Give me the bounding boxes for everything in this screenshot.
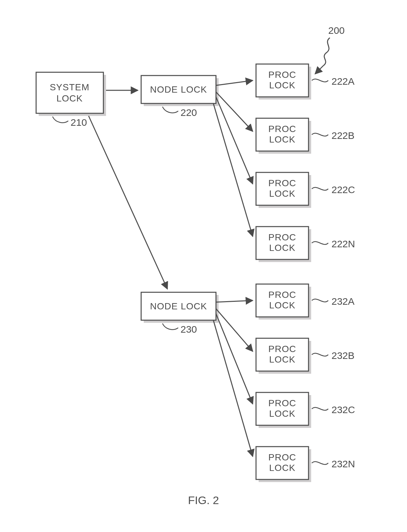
system-lock-l1: SYSTEM (50, 82, 89, 92)
svg-text:PROC: PROC (268, 70, 296, 80)
node-lock-top-label: NODE LOCK (150, 84, 207, 95)
svg-text:LOCK: LOCK (269, 134, 295, 144)
node-lock-bottom-ref: 230 (181, 324, 197, 335)
svg-text:232N: 232N (332, 458, 355, 469)
system-lock-box: SYSTEM LOCK 210 (36, 72, 106, 128)
svg-text:LOCK: LOCK (269, 354, 295, 365)
proc-lock-222A: PROC LOCK 222A (256, 64, 354, 100)
node-lock-bottom-box: NODE LOCK 230 (141, 292, 219, 335)
arrow-nodetop-222B (216, 92, 253, 131)
svg-text:222A: 222A (332, 76, 354, 87)
node-lock-top-ref: 220 (181, 107, 197, 118)
system-lock-ref: 210 (71, 117, 87, 128)
diagram-canvas: 200 SYSTEM LOCK 210 NODE LOCK 220 NODE L… (0, 0, 407, 532)
system-lock-l2: LOCK (56, 93, 83, 103)
arrow-nodetop-222C (216, 97, 253, 184)
svg-text:LOCK: LOCK (269, 243, 295, 253)
svg-text:PROC: PROC (268, 124, 296, 134)
svg-text:222B: 222B (332, 130, 354, 141)
svg-text:PROC: PROC (268, 344, 296, 354)
svg-rect-1 (36, 72, 103, 113)
proc-lock-222C: PROC LOCK 222C (256, 172, 355, 208)
proc-lock-232A: PROC LOCK 232A (256, 284, 354, 320)
svg-text:232B: 232B (332, 350, 354, 361)
overall-ref: 200 (315, 25, 345, 74)
svg-text:222N: 222N (332, 238, 355, 249)
svg-text:LOCK: LOCK (269, 188, 295, 199)
svg-text:PROC: PROC (268, 452, 296, 462)
arrow-nodetop-222A (216, 80, 253, 85)
svg-text:222C: 222C (332, 184, 355, 195)
arrow-nodebot-232B (216, 309, 253, 351)
proc-lock-222B: PROC LOCK 222B (256, 118, 354, 154)
proc-lock-232B: PROC LOCK 232B (256, 338, 354, 374)
svg-text:LOCK: LOCK (269, 300, 295, 310)
svg-text:LOCK: LOCK (269, 409, 295, 419)
svg-text:232C: 232C (332, 404, 355, 415)
svg-text:PROC: PROC (268, 232, 296, 242)
overall-ref-label: 200 (328, 25, 345, 36)
svg-text:LOCK: LOCK (269, 463, 295, 473)
node-lock-bottom-label: NODE LOCK (150, 301, 207, 311)
arrow-sys-to-node-bottom (89, 116, 167, 289)
figure-caption: FIG. 2 (188, 494, 219, 506)
arrow-nodebot-232C (216, 314, 253, 404)
svg-text:PROC: PROC (268, 178, 296, 188)
svg-text:PROC: PROC (268, 398, 296, 408)
proc-lock-232C: PROC LOCK 232C (256, 392, 355, 428)
proc-lock-222N: PROC LOCK 222N (256, 227, 355, 262)
svg-text:LOCK: LOCK (269, 80, 295, 90)
node-lock-top-box: NODE LOCK 220 (141, 76, 219, 118)
proc-lock-232N: PROC LOCK 232N (256, 447, 355, 482)
arrow-nodebot-232A (216, 300, 253, 302)
svg-text:232A: 232A (332, 296, 354, 307)
svg-text:PROC: PROC (268, 290, 296, 300)
